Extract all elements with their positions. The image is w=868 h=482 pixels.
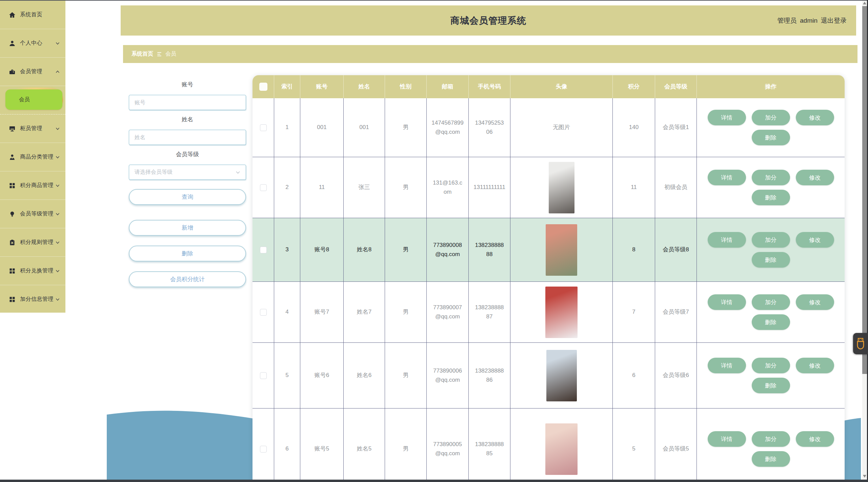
row-checkbox[interactable] — [260, 372, 267, 379]
table-header-cell-3: 姓名 — [343, 75, 385, 98]
cell-points: 11 — [612, 157, 655, 218]
table-header-cell-2: 账号 — [300, 75, 343, 98]
sidebar-subitem-active[interactable]: 会员 — [5, 89, 62, 110]
add-points-button[interactable]: 加分 — [752, 232, 790, 248]
cell-account: 账号6 — [300, 343, 343, 408]
avatar-image — [546, 224, 577, 276]
add-points-button[interactable]: 加分 — [752, 294, 790, 310]
cell-email: 773890008@qq.com — [426, 218, 468, 282]
usb-drive-float-button[interactable] — [853, 333, 868, 354]
sidebar-item-4[interactable]: 商品分类管理 — [0, 143, 65, 171]
row-checkbox-cell — [253, 157, 274, 218]
table-header-cell-6: 手机号码 — [468, 75, 510, 98]
edit-button[interactable]: 修改 — [796, 110, 834, 125]
sidebar-item-9[interactable]: 加分信息管理 — [0, 285, 65, 314]
detail-button[interactable]: 详情 — [708, 294, 746, 310]
delete-row-button[interactable]: 删除 — [752, 252, 790, 268]
cell-email: 1474567899@qq.com — [426, 98, 468, 157]
edit-button[interactable]: 修改 — [796, 232, 834, 248]
cell-avatar — [510, 282, 612, 343]
table-header-cell-9: 会员等级 — [655, 75, 697, 98]
cell-name: 001 — [343, 98, 385, 157]
scrollbar-down-arrow[interactable] — [863, 475, 866, 478]
cell-gender: 男 — [385, 408, 426, 482]
add-points-button[interactable]: 加分 — [752, 431, 790, 447]
sidebar-item-7[interactable]: 积分规则管理 — [0, 228, 65, 257]
row-checkbox[interactable] — [260, 247, 267, 253]
cell-email: 773890006@qq.com — [426, 343, 468, 408]
clipboard-x-icon — [9, 239, 16, 246]
logout-link[interactable]: 退出登录 — [821, 16, 847, 25]
horizontal-scrollbar[interactable] — [0, 480, 868, 482]
cell-points: 5 — [612, 408, 655, 482]
table-row-2: 211张三男131@163.com1311111111111初级会员详情加分修改… — [253, 157, 845, 218]
row-checkbox[interactable] — [260, 446, 267, 453]
cell-phone: 13111111111 — [468, 157, 510, 218]
members-table: 索引账号姓名性别邮箱手机号码头像积分会员等级操作 1001001男1474567… — [253, 75, 845, 482]
row-checkbox[interactable] — [260, 184, 267, 191]
add-button[interactable]: 新增 — [129, 220, 246, 236]
briefcase-icon — [9, 68, 16, 75]
chevron-down-icon — [55, 269, 60, 273]
delete-row-button[interactable]: 删除 — [752, 451, 790, 467]
scrollbar-thumb[interactable] — [862, 6, 867, 374]
member-points-stats-button[interactable]: 会员积分统计 — [129, 271, 246, 287]
delete-row-button[interactable]: 删除 — [752, 130, 790, 145]
cell-gender: 男 — [385, 343, 426, 408]
select-all-checkbox[interactable] — [259, 83, 267, 91]
sidebar-item-0[interactable]: 系统首页 — [0, 1, 65, 29]
sidebar-item-8[interactable]: 积分兑换管理 — [0, 257, 65, 285]
delete-row-button[interactable]: 删除 — [752, 378, 790, 393]
chevron-down-icon — [55, 240, 60, 245]
delete-row-button[interactable]: 删除 — [752, 314, 790, 330]
cell-name: 姓名6 — [343, 343, 385, 408]
account-input[interactable] — [129, 95, 246, 110]
add-points-button[interactable]: 加分 — [752, 358, 790, 373]
sidebar-item-label: 个人中心 — [20, 40, 42, 47]
sidebar-item-2[interactable]: 会员管理 — [0, 58, 65, 86]
cell-name: 姓名5 — [343, 408, 385, 482]
sidebar-item-6[interactable]: 会员等级管理 — [0, 200, 65, 228]
sidebar-item-5[interactable]: 积分商品管理 — [0, 171, 65, 200]
table-header-cell-4: 性别 — [385, 75, 426, 98]
cell-level: 会员等级5 — [655, 408, 697, 482]
detail-button[interactable]: 详情 — [708, 358, 746, 373]
cell-email: 773890005@qq.com — [426, 408, 468, 482]
delete-button[interactable]: 删除 — [129, 246, 246, 261]
cell-points: 140 — [612, 98, 655, 157]
chevron-down-icon — [236, 170, 240, 175]
row-checkbox[interactable] — [260, 309, 267, 316]
detail-button[interactable]: 详情 — [708, 232, 746, 248]
edit-button[interactable]: 修改 — [796, 294, 834, 310]
account-label: 账号 — [129, 81, 246, 89]
table-header-cell-1: 索引 — [274, 75, 300, 98]
scrollbar-up-arrow[interactable] — [863, 2, 866, 4]
edit-button[interactable]: 修改 — [796, 358, 834, 373]
name-input[interactable] — [129, 130, 246, 145]
cell-actions: 详情加分修改删除 — [697, 218, 845, 282]
edit-button[interactable]: 修改 — [796, 431, 834, 447]
edit-button[interactable]: 修改 — [796, 170, 834, 185]
cell-index: 5 — [274, 343, 300, 408]
level-select[interactable]: 请选择会员等级 — [129, 165, 246, 180]
add-points-button[interactable]: 加分 — [752, 110, 790, 125]
breadcrumb-root[interactable]: 系统首页 — [132, 50, 153, 58]
sidebar-item-label: 会员等级管理 — [20, 210, 54, 217]
cell-name: 张三 — [343, 157, 385, 218]
name-label: 姓名 — [129, 116, 246, 124]
table-header-cell-0 — [253, 75, 274, 98]
detail-button[interactable]: 详情 — [708, 170, 746, 185]
row-checkbox[interactable] — [260, 124, 267, 131]
add-points-button[interactable]: 加分 — [752, 170, 790, 185]
query-button[interactable]: 查询 — [129, 189, 246, 205]
sidebar-item-1[interactable]: 个人中心 — [0, 29, 65, 58]
detail-button[interactable]: 详情 — [708, 431, 746, 447]
cell-avatar — [510, 157, 612, 218]
cell-index: 3 — [274, 218, 300, 282]
delete-row-button[interactable]: 删除 — [752, 190, 790, 205]
detail-button[interactable]: 详情 — [708, 110, 746, 125]
sidebar-item-3[interactable]: 柜员管理 — [0, 114, 65, 143]
chevron-down-icon — [55, 183, 60, 188]
vertical-scrollbar[interactable] — [862, 1, 867, 480]
chevron-down-icon — [55, 41, 60, 46]
